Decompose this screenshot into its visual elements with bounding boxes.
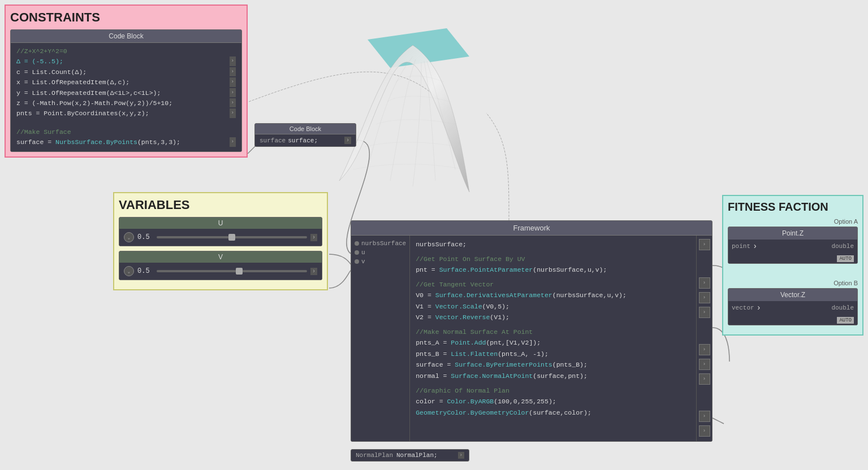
vector-z-header: Vector.Z bbox=[728, 289, 857, 301]
fw-line-8: surface = Surface.ByPerimeterPoints(pnts… bbox=[416, 359, 690, 371]
constraints-code-block: Code Block //Z+X^2+Y^2=0 Δ = (-5..5);› c… bbox=[10, 29, 242, 152]
small-code-block-body: surface surface; › bbox=[255, 134, 356, 146]
fw-port-nurbs[interactable]: nurbsSurface bbox=[351, 239, 409, 248]
fw-line-10: color = Color.ByARGB(100,0,255,255); bbox=[416, 396, 690, 407]
surface-port-value: surface; bbox=[288, 137, 342, 144]
u-slider-out-arrow[interactable]: › bbox=[310, 234, 317, 241]
v-port-label: v bbox=[361, 258, 365, 265]
fitness-panel: FITNESS FACTION Option A Point.Z point ›… bbox=[722, 195, 863, 336]
output-arrow-2[interactable]: › bbox=[230, 67, 236, 76]
fw-comment-2: //Get Tangent Vector bbox=[416, 279, 690, 290]
v-slider-thumb[interactable] bbox=[236, 268, 243, 275]
surface-port-label: surface bbox=[260, 137, 286, 144]
svg-marker-2 bbox=[368, 28, 469, 68]
code-line-8: //Make Surface bbox=[16, 127, 71, 137]
fw-line-4: V1 = Vector.Scale(V0,5); bbox=[416, 301, 690, 312]
fw-line-6: pnts_A = Point.Add(pnt,[V1,V2]); bbox=[416, 337, 690, 349]
fw-line-9: normal = Surface.NormalAtPoint(surface,p… bbox=[416, 371, 690, 382]
fw-out-6[interactable]: › bbox=[699, 359, 710, 370]
code-block-body: //Z+X^2+Y^2=0 Δ = (-5..5);› c = List.Cou… bbox=[11, 43, 241, 151]
nurbs-port-dot bbox=[355, 241, 359, 246]
fw-out-4[interactable]: › bbox=[699, 307, 710, 318]
u-slider-track[interactable] bbox=[157, 236, 307, 238]
fw-out-9[interactable]: › bbox=[699, 425, 710, 437]
u-slider-expand-icon[interactable]: ⌄ bbox=[124, 232, 134, 242]
u-port-dot bbox=[355, 250, 359, 255]
v-slider-expand-icon[interactable]: ⌄ bbox=[124, 266, 134, 276]
point-z-node: Point.Z point › double AUTO bbox=[728, 227, 858, 264]
code-line-9: surface = NurbsSurface.ByPoints(pnts,3,3… bbox=[16, 137, 180, 147]
u-port-label: u bbox=[361, 249, 365, 256]
constraints-panel: CONSTRAINTS Code Block //Z+X^2+Y^2=0 Δ =… bbox=[5, 5, 248, 158]
framework-panel: Framework nurbsSurface u v nurbsSurface;… bbox=[351, 220, 712, 442]
fw-line-11: GeometryColor.ByGeometryColor(surface,co… bbox=[416, 407, 690, 419]
v-slider-body: ⌄ 0.5 › bbox=[119, 263, 322, 280]
vector-z-node: Vector.Z vector › double AUTO bbox=[728, 288, 858, 325]
point-z-arrow[interactable]: › bbox=[753, 242, 757, 251]
normal-plan-value: NormalPlan; bbox=[396, 452, 455, 459]
framework-ports-right: › › › › › › › › › bbox=[696, 236, 712, 441]
fw-line-7: pnts_B = List.Flatten(pnts_A, -1); bbox=[416, 349, 690, 360]
fw-line-2: pnt = Surface.PointAtParameter(nurbsSurf… bbox=[416, 264, 690, 276]
fw-comment-3: //Make Normal Surface At Point bbox=[416, 327, 690, 338]
fw-out-1[interactable]: › bbox=[699, 239, 710, 250]
fw-out-2[interactable]: › bbox=[699, 277, 710, 289]
code-line-5: y = List.OfRepeatedItem(Δ<1L>,c<1L>); bbox=[16, 88, 161, 98]
v-slider-node: V ⌄ 0.5 › bbox=[119, 251, 322, 280]
v-slider-out-arrow[interactable]: › bbox=[310, 268, 317, 275]
v-slider-track[interactable] bbox=[157, 270, 307, 272]
fw-line-3: V0 = Surface.DerivativesAtParameter(nurb… bbox=[416, 290, 690, 301]
output-arrow-1[interactable]: › bbox=[230, 56, 236, 66]
v-slider-value: 0.5 bbox=[137, 267, 153, 275]
fw-port-v[interactable]: v bbox=[351, 257, 409, 266]
normal-plan-node: NormalPlan NormalPlan; › bbox=[351, 449, 469, 462]
variables-panel: VARIABLES U ⌄ 0.5 › V ⌄ 0.5 › bbox=[113, 192, 328, 290]
fw-out-5[interactable]: › bbox=[699, 344, 710, 355]
u-slider-body: ⌄ 0.5 › bbox=[119, 229, 322, 246]
fw-line-1: nurbsSurface; bbox=[416, 239, 690, 250]
point-z-port-out: double bbox=[831, 243, 854, 250]
u-slider-thumb[interactable] bbox=[228, 234, 235, 241]
output-arrow-4[interactable]: › bbox=[230, 88, 236, 97]
variables-title: VARIABLES bbox=[119, 198, 322, 212]
output-arrow-5[interactable]: › bbox=[230, 98, 236, 107]
code-line-6: z = (-Math.Pow(x,2)-Math.Pow(y,2))/5+10; bbox=[16, 98, 172, 108]
normal-plan-out-arrow[interactable]: › bbox=[458, 452, 464, 459]
point-z-header: Point.Z bbox=[728, 227, 857, 240]
framework-body: nurbsSurface u v nurbsSurface; //Get Poi… bbox=[351, 236, 712, 441]
nurbs-port-label: nurbsSurface bbox=[361, 240, 406, 247]
fw-comment-4: //Graphic Of Normal Plan bbox=[416, 385, 690, 397]
vector-z-port-out: double bbox=[831, 304, 854, 311]
u-slider-header: U bbox=[119, 217, 322, 229]
fw-port-u[interactable]: u bbox=[351, 248, 409, 257]
option-a-label: Option A bbox=[728, 218, 858, 225]
svg-line-1 bbox=[712, 418, 724, 424]
fw-out-7[interactable]: › bbox=[699, 373, 710, 385]
output-arrow-3[interactable]: › bbox=[230, 77, 236, 86]
fw-comment-1: //Get Point On Surface By UV bbox=[416, 254, 690, 265]
v-slider-header: V bbox=[119, 251, 322, 263]
option-b-label: Option B bbox=[728, 280, 858, 286]
fw-out-3[interactable]: › bbox=[699, 292, 710, 303]
surface-out-arrow[interactable]: › bbox=[344, 137, 351, 144]
point-z-port-in: point bbox=[732, 243, 750, 250]
output-arrow-7[interactable]: › bbox=[230, 137, 236, 146]
output-arrow-6[interactable]: › bbox=[230, 108, 236, 118]
v-port-dot bbox=[355, 259, 359, 264]
point-z-body: point › double bbox=[728, 240, 857, 253]
small-code-block-header: Code Block bbox=[255, 124, 356, 134]
framework-ports-left: nurbsSurface u v bbox=[351, 236, 410, 441]
code-line-3: c = List.Count(Δ); bbox=[16, 67, 87, 77]
code-line-1: //Z+X^2+Y^2=0 bbox=[16, 46, 67, 56]
code-line-4: x = List.OfRepeatedItem(Δ,c); bbox=[16, 77, 129, 88]
normal-plan-port-label: NormalPlan bbox=[356, 452, 393, 459]
vector-z-port-in: vector bbox=[732, 304, 754, 311]
fw-out-8[interactable]: › bbox=[699, 411, 710, 422]
small-code-block: Code Block surface surface; › bbox=[254, 123, 356, 147]
fitness-title: FITNESS FACTION bbox=[728, 201, 858, 214]
framework-code: nurbsSurface; //Get Point On Surface By … bbox=[410, 236, 696, 441]
svg-line-0 bbox=[248, 146, 256, 154]
code-line-2: Δ = (-5..5); bbox=[16, 56, 63, 67]
vector-z-arrow[interactable]: › bbox=[757, 303, 761, 312]
vector-z-body: vector › double bbox=[728, 301, 857, 315]
